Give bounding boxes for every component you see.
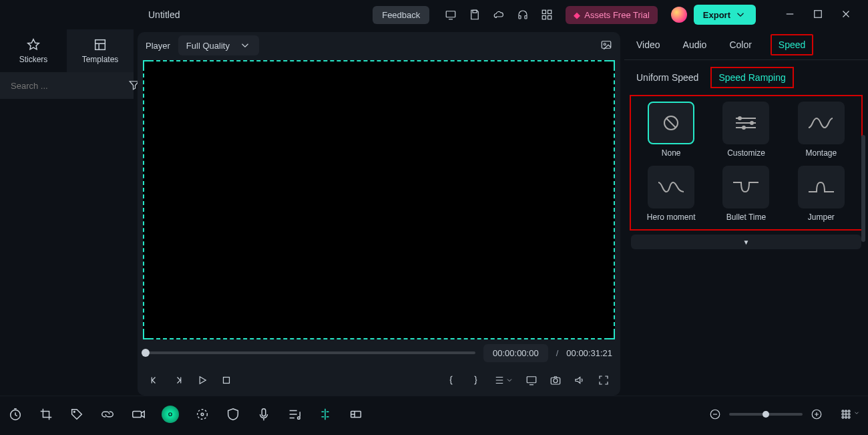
svg-rect-5 xyxy=(548,10,552,13)
fullscreen-button[interactable] xyxy=(598,374,610,388)
preset-jumper[interactable]: Jumper xyxy=(789,166,853,223)
tab-templates[interactable]: Templates xyxy=(67,29,134,72)
aspect-button[interactable] xyxy=(349,407,363,422)
align-button[interactable] xyxy=(493,374,513,388)
save-icon[interactable] xyxy=(467,7,483,23)
diamond-icon: ◆ xyxy=(574,10,580,20)
cloud-icon[interactable] xyxy=(491,7,507,23)
svg-point-41 xyxy=(842,416,844,418)
preset-bullet-time[interactable]: Bullet Time xyxy=(714,166,778,223)
minimize-button[interactable] xyxy=(784,8,796,22)
camera-button[interactable] xyxy=(550,374,562,388)
maximize-button[interactable] xyxy=(812,8,824,22)
zoom-out-button[interactable] xyxy=(709,408,721,420)
mic-button[interactable] xyxy=(256,407,271,422)
svg-rect-17 xyxy=(527,376,536,382)
step-fwd-button[interactable] xyxy=(172,374,184,388)
quality-dropdown[interactable]: Full Quality xyxy=(178,35,259,55)
tab-color[interactable]: Color xyxy=(725,37,755,53)
duration: 00:00:31:21 xyxy=(566,348,612,358)
svg-point-25 xyxy=(73,411,75,412)
handle-br[interactable] xyxy=(608,333,615,339)
export-button[interactable]: Export xyxy=(694,5,756,25)
svg-rect-30 xyxy=(262,409,266,416)
preset-montage[interactable]: Montage xyxy=(789,102,853,159)
preset-montage-label: Montage xyxy=(805,148,837,159)
svg-point-40 xyxy=(848,414,850,416)
avatar-button[interactable] xyxy=(162,406,179,423)
crop-button[interactable] xyxy=(39,407,53,422)
tab-templates-label: Templates xyxy=(82,55,119,64)
screen-icon[interactable] xyxy=(443,7,459,23)
assets-trial-button[interactable]: ◆ Assets Free Trial xyxy=(566,6,658,24)
quality-value: Full Quality xyxy=(186,41,230,51)
scrollbar[interactable] xyxy=(861,135,865,242)
handle-tr[interactable] xyxy=(608,60,615,67)
svg-point-37 xyxy=(848,410,850,412)
grid-view-button[interactable] xyxy=(839,407,860,422)
handle-tl[interactable] xyxy=(143,60,150,67)
tab-video[interactable]: Video xyxy=(632,37,664,53)
preset-customize[interactable]: Customize xyxy=(714,102,778,159)
scrubber[interactable] xyxy=(146,351,475,354)
bullet-curve-icon xyxy=(730,177,761,197)
tag-button[interactable] xyxy=(69,407,84,422)
preset-none[interactable]: None xyxy=(639,102,703,159)
search-bar xyxy=(0,72,134,99)
svg-rect-3 xyxy=(525,16,527,19)
subtab-uniform-speed[interactable]: Uniform Speed xyxy=(636,72,698,83)
theme-icon[interactable] xyxy=(671,7,687,23)
preset-hero-moment[interactable]: Hero moment xyxy=(639,166,703,223)
player-panel: Player Full Quality 00:00:00:00 / 00:00:… xyxy=(138,32,620,396)
link-button[interactable] xyxy=(100,407,115,422)
zoom-slider[interactable] xyxy=(729,413,803,416)
svg-rect-1 xyxy=(473,10,477,13)
svg-rect-6 xyxy=(543,16,546,19)
split-button[interactable] xyxy=(318,407,333,422)
tab-speed[interactable]: Speed xyxy=(771,34,813,55)
zoom-handle[interactable] xyxy=(763,411,769,418)
display-button[interactable] xyxy=(525,374,537,388)
assets-trial-label: Assets Free Trial xyxy=(584,10,650,20)
subtab-speed-ramping[interactable]: Speed Ramping xyxy=(710,67,793,88)
preview-canvas[interactable] xyxy=(143,60,615,339)
scrubber-handle[interactable] xyxy=(142,349,150,357)
none-icon xyxy=(656,113,686,133)
play-button[interactable] xyxy=(196,374,208,388)
zoom-in-button[interactable] xyxy=(811,408,823,420)
brace-close-icon[interactable] xyxy=(469,374,481,388)
tab-stickers[interactable]: Stickers xyxy=(0,29,67,72)
svg-rect-8 xyxy=(815,10,822,17)
expand-button[interactable]: ▼ xyxy=(631,235,861,249)
left-panel: Stickers Templates xyxy=(0,29,134,396)
playlist-button[interactable] xyxy=(287,407,302,422)
templates-icon xyxy=(93,37,107,52)
bottom-toolbar xyxy=(0,396,868,432)
volume-button[interactable] xyxy=(574,374,586,388)
handle-bl[interactable] xyxy=(143,333,150,339)
step-back-button[interactable] xyxy=(148,374,160,388)
search-input[interactable] xyxy=(11,81,123,91)
timer-button[interactable] xyxy=(8,407,23,422)
shield-button[interactable] xyxy=(226,407,240,422)
feedback-button[interactable]: Feedback xyxy=(373,6,429,24)
stop-button[interactable] xyxy=(220,374,232,388)
svg-rect-26 xyxy=(133,411,142,417)
svg-point-21 xyxy=(738,117,741,120)
effects-button[interactable] xyxy=(195,407,210,422)
close-button[interactable] xyxy=(840,8,852,22)
preset-none-label: None xyxy=(662,148,681,159)
svg-point-29 xyxy=(201,413,204,416)
svg-point-27 xyxy=(169,413,172,416)
snapshot-icon[interactable] xyxy=(600,39,612,53)
export-label: Export xyxy=(703,10,730,20)
grid-icon[interactable] xyxy=(539,7,555,23)
brace-open-icon[interactable] xyxy=(445,374,457,388)
zoom-control xyxy=(709,408,823,420)
sliders-icon xyxy=(730,113,761,133)
svg-point-15 xyxy=(604,43,606,45)
record-button[interactable] xyxy=(131,407,146,422)
svg-rect-2 xyxy=(519,16,521,19)
tab-audio[interactable]: Audio xyxy=(679,37,711,53)
headset-icon[interactable] xyxy=(515,7,531,23)
